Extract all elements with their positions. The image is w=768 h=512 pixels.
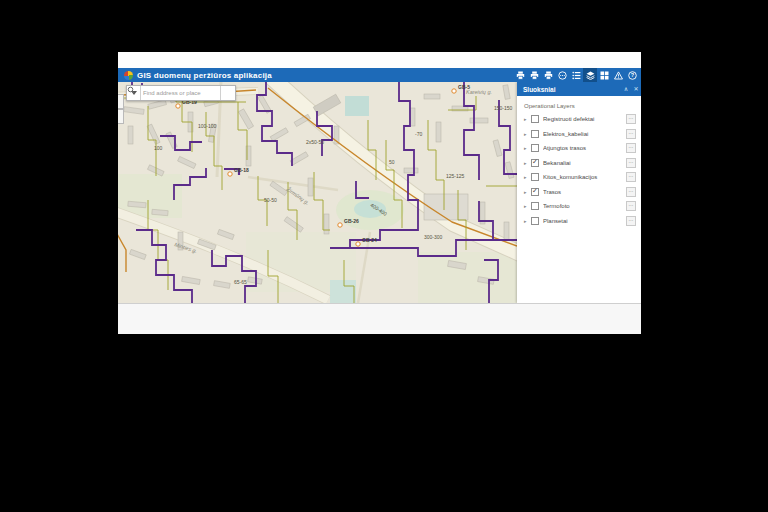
layer-checkbox[interactable] bbox=[531, 188, 539, 196]
map-label: 150-150 bbox=[494, 105, 513, 111]
layers-panel-title: Sluoksniai bbox=[517, 86, 621, 93]
map-label: 50-50 bbox=[264, 197, 277, 203]
layer-menu-button[interactable]: ⋯ bbox=[626, 187, 636, 197]
search-box bbox=[126, 85, 236, 101]
content-area: Žirmūnų g.Minties g.Kareivių g.GB-19GB-1… bbox=[118, 82, 641, 303]
layer-row[interactable]: ▸ Kitos_komunikacijos ⋯ bbox=[517, 170, 641, 185]
map-label: 2x50-50 bbox=[306, 139, 324, 145]
layer-menu-button[interactable]: ⋯ bbox=[626, 143, 636, 153]
layer-checkbox[interactable] bbox=[531, 115, 539, 123]
operational-layers-heading: Operational Layers bbox=[517, 96, 641, 112]
panel-close-icon[interactable]: ✕ bbox=[631, 82, 641, 96]
layers-panel-header: Sluoksniai ∧ ✕ bbox=[517, 82, 641, 96]
layer-checkbox[interactable] bbox=[531, 173, 539, 181]
layer-label: Kitos_komunikacijos bbox=[543, 174, 626, 180]
layer-label: Plansetai bbox=[543, 218, 626, 224]
app-window: GIS duomenų peržiūros aplikacija bbox=[118, 52, 641, 334]
app-title: GIS duomenų peržiūros aplikacija bbox=[137, 71, 272, 80]
map-label: -70 bbox=[415, 131, 422, 137]
help-icon[interactable]: ? bbox=[625, 68, 639, 82]
layer-checkbox[interactable] bbox=[531, 202, 539, 210]
map-canvas[interactable]: Žirmūnų g.Minties g.Kareivių g.GB-19GB-1… bbox=[118, 82, 517, 303]
layer-menu-button[interactable]: ⋯ bbox=[626, 129, 636, 139]
layer-row[interactable]: ▸ Termofoto ⋯ bbox=[517, 199, 641, 214]
header-toolbar: ? bbox=[513, 68, 641, 82]
layer-expand-arrow-icon[interactable]: ▸ bbox=[524, 174, 531, 180]
print-a3-icon[interactable] bbox=[527, 68, 541, 82]
map-label: 100 bbox=[154, 145, 163, 151]
layer-label: Registruoti defektai bbox=[543, 116, 626, 122]
warning-icon[interactable] bbox=[611, 68, 625, 82]
screen-background: GIS duomenų peržiūros aplikacija bbox=[0, 0, 768, 512]
print-a4-icon[interactable] bbox=[513, 68, 527, 82]
svg-text:?: ? bbox=[630, 72, 634, 78]
layer-label: Atjungtos trasos bbox=[543, 145, 626, 151]
layer-checkbox[interactable] bbox=[531, 159, 539, 167]
layer-checkbox[interactable] bbox=[531, 217, 539, 225]
layer-expand-arrow-icon[interactable]: ▸ bbox=[524, 189, 531, 195]
map-label: 65-65 bbox=[234, 279, 247, 285]
layers-panel-body: Operational Layers ▸ Registruoti defekta… bbox=[517, 96, 641, 303]
map-label: 125-125 bbox=[446, 173, 465, 179]
layer-expand-arrow-icon[interactable]: ▸ bbox=[524, 131, 531, 137]
layer-row[interactable]: ▸ Bekanaliai ⋯ bbox=[517, 156, 641, 171]
legend-icon[interactable] bbox=[569, 68, 583, 82]
print-pdf-icon[interactable] bbox=[541, 68, 555, 82]
map-label: 50 bbox=[389, 159, 395, 165]
search-input[interactable] bbox=[141, 86, 220, 100]
app-logo-icon bbox=[124, 71, 133, 80]
layer-checkbox[interactable] bbox=[531, 130, 539, 138]
layer-menu-button[interactable]: ⋯ bbox=[626, 114, 636, 124]
layer-menu-button[interactable]: ⋯ bbox=[626, 172, 636, 182]
layers-icon[interactable] bbox=[583, 68, 597, 82]
layer-row[interactable]: ▸ Registruoti defektai ⋯ bbox=[517, 112, 641, 127]
layer-label: Bekanaliai bbox=[543, 160, 626, 166]
map-graphics: Žirmūnų g.Minties g.Kareivių g.GB-19GB-1… bbox=[118, 82, 517, 303]
layer-expand-arrow-icon[interactable]: ▸ bbox=[524, 160, 531, 166]
map-label: 300-300 bbox=[424, 234, 443, 240]
zoom-out-button[interactable] bbox=[118, 109, 124, 124]
map-label: GB-24 bbox=[362, 237, 377, 243]
layer-row[interactable]: ▸ Elektros_kabeliai ⋯ bbox=[517, 127, 641, 142]
map-label: GB-5 bbox=[458, 84, 470, 90]
layer-expand-arrow-icon[interactable]: ▸ bbox=[524, 218, 531, 224]
zoom-in-button[interactable] bbox=[118, 94, 124, 109]
window-top-strip bbox=[118, 52, 641, 68]
layers-panel: Sluoksniai ∧ ✕ Operational Layers ▸ Regi… bbox=[517, 82, 641, 303]
map-label: 100-100 bbox=[198, 123, 217, 129]
map-label: GB-26 bbox=[344, 218, 359, 224]
app-header: GIS duomenų peržiūros aplikacija bbox=[118, 68, 641, 82]
layer-label: Termofoto bbox=[543, 203, 626, 209]
layer-list: ▸ Registruoti defektai ⋯ ▸ Elektros_kabe… bbox=[517, 112, 641, 228]
layer-label: Elektros_kabeliai bbox=[543, 131, 626, 137]
more-tools-icon[interactable] bbox=[555, 68, 569, 82]
map-label: GB-18 bbox=[234, 167, 249, 173]
basemap-gallery-icon[interactable] bbox=[597, 68, 611, 82]
layer-row[interactable]: ▸ Atjungtos trasos ⋯ bbox=[517, 141, 641, 156]
layer-expand-arrow-icon[interactable]: ▸ bbox=[524, 203, 531, 209]
search-button[interactable] bbox=[220, 86, 235, 100]
layer-checkbox[interactable] bbox=[531, 144, 539, 152]
layer-menu-button[interactable]: ⋯ bbox=[626, 201, 636, 211]
layer-expand-arrow-icon[interactable]: ▸ bbox=[524, 116, 531, 122]
layer-menu-button[interactable]: ⋯ bbox=[626, 216, 636, 226]
layer-menu-button[interactable]: ⋯ bbox=[626, 158, 636, 168]
layer-expand-arrow-icon[interactable]: ▸ bbox=[524, 145, 531, 151]
window-footer bbox=[118, 303, 641, 334]
layer-row[interactable]: ▸ Plansetai ⋯ bbox=[517, 214, 641, 229]
panel-collapse-icon[interactable]: ∧ bbox=[621, 82, 631, 96]
layer-label: Trasos bbox=[543, 189, 626, 195]
layer-row[interactable]: ▸ Trasos ⋯ bbox=[517, 185, 641, 200]
search-icon bbox=[127, 86, 136, 95]
